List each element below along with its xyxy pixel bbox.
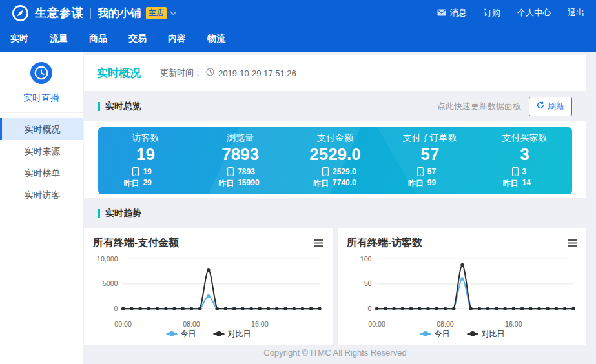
overview-section-title: 实时总览 — [105, 101, 141, 112]
brand-logo-icon — [12, 5, 29, 22]
visitors-trend-chart: 05010000:0008:0016:00 — [347, 251, 577, 329]
messages-link[interactable]: 消息 — [437, 7, 467, 19]
phone-icon — [497, 167, 519, 177]
legend-item[interactable]: 对比日 — [467, 329, 505, 339]
stat-yesterday-value: 29 — [143, 178, 174, 189]
stat-yesterday-label: 昨日 — [212, 178, 234, 189]
shop-name: 我的小铺 — [98, 6, 141, 21]
svg-text:00:00: 00:00 — [114, 320, 132, 328]
main-content: 实时概况 更新时间： 2019-10-29 17:51:26 实时总览 — [84, 55, 586, 364]
legend-item[interactable]: 对比日 — [213, 329, 251, 339]
chart-card-visitors: 所有终端-访客数 05010000:0008:0016:00 今日对比日 — [338, 228, 586, 345]
update-time-row: 更新时间： 2019-10-29 17:51:26 — [160, 67, 296, 79]
primary-nav: 实时流量商品交易内容物流 — [0, 26, 596, 52]
sidebar-group-label: 实时直播 — [0, 92, 83, 104]
stat-value: 57 — [382, 145, 477, 165]
phone-icon — [402, 167, 424, 177]
chart-legend: 今日对比日 — [93, 329, 324, 339]
stat-yesterday-value: 14 — [522, 178, 553, 189]
nav-item-5[interactable]: 物流 — [207, 33, 225, 45]
user-menu: 消息订购个人中心退出 — [437, 7, 584, 19]
stat-mobile-value: 57 — [427, 167, 458, 177]
subscribe-link[interactable]: 订购 — [484, 7, 500, 19]
charts-row: 所有终端-支付金额 0500010,00000:0008:0016:00 今日对… — [84, 228, 586, 345]
svg-text:50: 50 — [364, 279, 372, 287]
nav-item-3[interactable]: 交易 — [128, 33, 147, 45]
chart-card-payment: 所有终端-支付金额 0500010,00000:0008:0016:00 今日对… — [84, 228, 333, 345]
overview-card: 访客数1919昨日29浏览量78937893昨日15990支付金额2529.02… — [84, 121, 586, 198]
stat-mobile-value: 7893 — [238, 167, 269, 177]
sidebar-group: 实时直播 — [0, 52, 83, 113]
stat-value: 2529.0 — [288, 145, 383, 165]
stat-title: 访客数 — [98, 132, 193, 144]
sidebar-item-0[interactable]: 实时概况 — [0, 118, 83, 140]
hamburger-menu-icon[interactable] — [567, 239, 577, 247]
profile-link[interactable]: 个人中心 — [517, 7, 551, 19]
shop-badge[interactable]: 主店 — [146, 7, 167, 19]
phone-icon — [117, 167, 139, 177]
svg-text:00:00: 00:00 — [368, 320, 385, 328]
stat-yesterday-label: 昨日 — [402, 178, 424, 189]
svg-text:16:00: 16:00 — [251, 320, 269, 328]
section-accent-bar — [98, 102, 100, 111]
refresh-icon — [537, 101, 544, 111]
update-time-label: 更新时间： — [160, 67, 202, 79]
stat-block-0: 访客数1919昨日29 — [98, 132, 193, 189]
svg-text:08:00: 08:00 — [437, 320, 454, 328]
brand-title: 生意参谋 — [35, 5, 84, 21]
update-time-value: 2019-10-29 17:51:26 — [218, 68, 296, 78]
stat-block-2: 支付金额2529.02529.0昨日7740.0 — [288, 132, 383, 189]
phone-icon — [307, 167, 329, 177]
chevron-down-icon[interactable] — [170, 11, 177, 15]
stat-yesterday-label: 昨日 — [117, 178, 139, 189]
stat-mobile-value: 2529.0 — [333, 167, 364, 177]
phone-icon — [212, 167, 234, 177]
legend-item[interactable]: 今日 — [166, 329, 196, 339]
top-header: 生意参谋 我的小铺 主店 消息订购个人中心退出 — [0, 0, 596, 26]
nav-item-1[interactable]: 流量 — [50, 33, 68, 45]
stat-mobile-value: 19 — [143, 167, 174, 177]
stat-mobile-value: 3 — [522, 167, 553, 177]
trend-section-header: 实时趋势 — [84, 198, 586, 228]
stat-value: 7893 — [193, 145, 288, 165]
nav-item-2[interactable]: 商品 — [89, 33, 107, 45]
svg-text:100: 100 — [360, 255, 372, 263]
sidebar-item-1[interactable]: 实时来源 — [0, 140, 83, 162]
chart-title: 所有终端-支付金额 — [93, 236, 179, 250]
nav-item-0[interactable]: 实时 — [10, 33, 28, 45]
sidebar-item-3[interactable]: 实时访客 — [0, 184, 83, 206]
stat-yesterday-value: 99 — [427, 178, 458, 189]
sidebar-menu: 实时概况实时来源实时榜单实时访客 — [0, 113, 83, 206]
stat-yesterday-value: 15990 — [238, 178, 269, 189]
chart-legend: 今日对比日 — [347, 329, 577, 339]
stat-block-3: 支付子订单数5757昨日99 — [382, 132, 477, 189]
stat-value: 19 — [98, 145, 193, 165]
section-accent-bar — [98, 209, 100, 218]
payment-trend-chart: 0500010,00000:0008:0016:00 — [93, 251, 324, 329]
stat-block-4: 支付买家数33昨日14 — [477, 132, 572, 189]
logout-link[interactable]: 退出 — [568, 7, 584, 19]
stat-title: 支付买家数 — [477, 132, 572, 144]
nav-item-4[interactable]: 内容 — [168, 33, 186, 45]
svg-text:0: 0 — [114, 305, 118, 312]
svg-text:0: 0 — [368, 305, 372, 312]
sidebar-item-2[interactable]: 实时榜单 — [0, 162, 83, 184]
page-title: 实时概况 — [97, 66, 141, 81]
stat-yesterday-label: 昨日 — [497, 178, 519, 189]
refresh-button[interactable]: 刷新 — [529, 97, 572, 116]
refresh-label: 刷新 — [548, 101, 564, 112]
svg-text:16:00: 16:00 — [505, 320, 522, 328]
mail-icon — [437, 8, 446, 18]
header-divider — [90, 8, 91, 19]
stat-value: 3 — [477, 145, 572, 165]
stat-block-1: 浏览量78937893昨日15990 — [193, 132, 288, 189]
svg-text:08:00: 08:00 — [183, 320, 200, 328]
sidebar: 实时直播 实时概况实时来源实时榜单实时访客 — [0, 52, 83, 364]
app-window: 生意参谋 我的小铺 主店 消息订购个人中心退出 实时流量商品交易内容物流 实时直… — [0, 0, 596, 364]
overview-section-header: 实时总览 点此快速更新数据面板 刷新 — [84, 91, 586, 121]
stat-yesterday-value: 7740.0 — [333, 178, 364, 189]
stat-title: 浏览量 — [193, 132, 288, 144]
chart-title: 所有终端-访客数 — [347, 236, 422, 250]
hamburger-menu-icon[interactable] — [313, 239, 324, 247]
legend-item[interactable]: 今日 — [420, 329, 450, 339]
